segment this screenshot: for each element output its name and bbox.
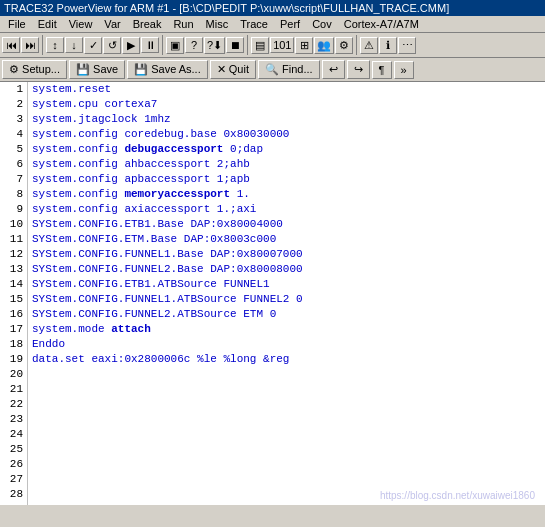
redo-button[interactable]: ↪: [347, 60, 370, 79]
toolbar1-sep-7: [162, 35, 163, 55]
line-number-17: 17: [4, 322, 23, 337]
line-number-19: 19: [4, 352, 23, 367]
menu-item-cortex-a7/a7m[interactable]: Cortex-A7/A7M: [338, 17, 425, 31]
line-number-27: 27: [4, 472, 23, 487]
line-number-20: 20: [4, 367, 23, 382]
line-number-18: 18: [4, 337, 23, 352]
line-number-8: 8: [4, 187, 23, 202]
line-number-7: 7: [4, 172, 23, 187]
menu-item-misc[interactable]: Misc: [200, 17, 235, 31]
code-line-18: SYStem.CONFIG.ETB1.Base DAP:0x80004000: [32, 217, 541, 232]
quit-button[interactable]: ✕ Quit: [210, 60, 256, 79]
code-line-22: SYStem.CONFIG.ETB1.ATBSource FUNNEL1: [32, 277, 541, 292]
menu-item-perf[interactable]: Perf: [274, 17, 306, 31]
watermark: https://blog.csdn.net/xuwaiwei1860: [380, 490, 535, 501]
code-line-5: system.config coredebug.base 0x80030000: [32, 127, 541, 142]
help2-toolbar-btn[interactable]: ?⬇: [204, 37, 225, 54]
more-toolbar-btn[interactable]: ⋯: [398, 37, 416, 54]
line-number-2: 2: [4, 97, 23, 112]
menu-item-cov[interactable]: Cov: [306, 17, 338, 31]
last-toolbar-btn[interactable]: ⏭: [21, 37, 39, 53]
disasm-toolbar-btn[interactable]: ▤: [251, 37, 269, 54]
perf-toolbar-btn[interactable]: ⚙: [335, 37, 353, 54]
line-number-5: 5: [4, 142, 23, 157]
watch-toolbar-btn[interactable]: ⊞: [295, 37, 313, 54]
first-toolbar-btn[interactable]: ⏮: [2, 37, 20, 53]
line-number-23: 23: [4, 412, 23, 427]
menu-item-run[interactable]: Run: [167, 17, 199, 31]
line-number-4: 4: [4, 127, 23, 142]
line-number-10: 10: [4, 217, 23, 232]
code-line-10: system.config ahbaccessport 2;ahb: [32, 157, 541, 172]
code-content[interactable]: system.resetsystem.cpu cortexa7system.jt…: [28, 82, 545, 505]
help-toolbar-btn[interactable]: ?: [185, 37, 203, 53]
menu-item-edit[interactable]: Edit: [32, 17, 63, 31]
step-in-toolbar-btn[interactable]: ↕: [46, 37, 64, 53]
code-line-29: Enddo: [32, 337, 541, 352]
info-toolbar-btn[interactable]: ℹ: [379, 37, 397, 54]
toolbar1: ⏮⏭↕↓✓↺▶⏸▣??⬇⏹▤101⊞👥⚙⚠ℹ⋯: [0, 33, 545, 58]
code-line-27: system.mode attach: [32, 322, 541, 337]
menu-item-var[interactable]: Var: [98, 17, 126, 31]
toolbar2: ⚙ Setup...💾 Save💾 Save As...✕ Quit🔍 Find…: [0, 58, 545, 82]
title-text: TRACE32 PowerView for ARM #1 - [B:\CD\PE…: [4, 2, 449, 14]
code-area: 1234567891011121314151617181920212223242…: [0, 82, 545, 505]
pause-toolbar-btn[interactable]: ⏸: [141, 37, 159, 53]
line-number-21: 21: [4, 382, 23, 397]
menu-item-break[interactable]: Break: [127, 17, 168, 31]
code-line-30: data.set eaxi:0x2800006c %le %long &reg: [32, 352, 541, 367]
save-as-button[interactable]: 💾 Save As...: [127, 60, 208, 79]
code-line-23: SYStem.CONFIG.FUNNEL1.ATBSource FUNNEL2 …: [32, 292, 541, 307]
line-number-25: 25: [4, 442, 23, 457]
line-number-6: 6: [4, 157, 23, 172]
menu-item-view[interactable]: View: [63, 17, 99, 31]
step-out-toolbar-btn[interactable]: ↓: [65, 37, 83, 53]
find-button[interactable]: 🔍 Find...: [258, 60, 320, 79]
code-line-14: system.config axiaccessport 1.;axi: [32, 202, 541, 217]
para-button[interactable]: ¶: [372, 61, 392, 79]
code-line-20: SYStem.CONFIG.FUNNEL1.Base DAP:0x8000700…: [32, 247, 541, 262]
line-number-24: 24: [4, 427, 23, 442]
line-number-13: 13: [4, 262, 23, 277]
code-line-24: SYStem.CONFIG.FUNNEL2.ATBSource ETM 0: [32, 307, 541, 322]
code-line-2: system.cpu cortexa7: [32, 97, 541, 112]
check-toolbar-btn[interactable]: ✓: [84, 37, 102, 54]
line-number-3: 3: [4, 112, 23, 127]
code-line-13: system.config memoryaccessport 1.: [32, 187, 541, 202]
line-number-29: 29: [4, 502, 23, 505]
code-line-1: system.reset: [32, 82, 541, 97]
save-button[interactable]: 💾 Save: [69, 60, 125, 79]
stop-toolbar-btn[interactable]: ⏹: [226, 37, 244, 53]
setup-button[interactable]: ⚙ Setup...: [2, 60, 67, 79]
line-number-28: 28: [4, 487, 23, 502]
toolbar1-sep-11: [247, 35, 248, 55]
menu-item-trace[interactable]: Trace: [234, 17, 274, 31]
data-toolbar-btn[interactable]: 101: [270, 37, 294, 53]
toolbar1-sep-1: [42, 35, 43, 55]
trace-toolbar-btn[interactable]: 👥: [314, 37, 334, 54]
line-number-16: 16: [4, 307, 23, 322]
line-number-9: 9: [4, 202, 23, 217]
line-number-1: 1: [4, 82, 23, 97]
undo-button[interactable]: ↩: [322, 60, 345, 79]
code-line-19: SYStem.CONFIG.ETM.Base DAP:0x8003c000: [32, 232, 541, 247]
run-toolbar-btn[interactable]: ▶: [122, 37, 140, 54]
break-toolbar-btn[interactable]: ▣: [166, 37, 184, 54]
line-numbers: 1234567891011121314151617181920212223242…: [0, 82, 28, 505]
title-bar: TRACE32 PowerView for ARM #1 - [B:\CD\PE…: [0, 0, 545, 16]
line-number-26: 26: [4, 457, 23, 472]
more-button[interactable]: »: [394, 61, 414, 79]
line-number-14: 14: [4, 277, 23, 292]
menu-item-file[interactable]: File: [2, 17, 32, 31]
toolbar1-sep-16: [356, 35, 357, 55]
line-number-22: 22: [4, 397, 23, 412]
refresh-toolbar-btn[interactable]: ↺: [103, 37, 121, 54]
code-line-3: system.jtagclock 1mhz: [32, 112, 541, 127]
line-number-15: 15: [4, 292, 23, 307]
code-line-11: system.config apbaccessport 1;apb: [32, 172, 541, 187]
cov-toolbar-btn[interactable]: ⚠: [360, 37, 378, 54]
menu-bar: FileEditViewVarBreakRunMiscTracePerfCovC…: [0, 16, 545, 33]
code-line-21: SYStem.CONFIG.FUNNEL2.Base DAP:0x8000800…: [32, 262, 541, 277]
line-number-12: 12: [4, 247, 23, 262]
line-number-11: 11: [4, 232, 23, 247]
